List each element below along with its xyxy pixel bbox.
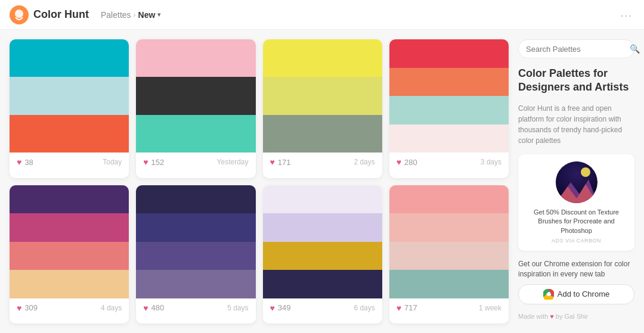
palette-footer: ♥ 2803 days [389,153,509,172]
sidebar: 🔍 Color Palettes for Designers and Artis… [518,39,634,323]
color-strip [389,125,509,153]
palette-colors [263,185,382,298]
palette-date: Today [103,158,122,166]
color-strip [10,39,129,77]
palette-card[interactable]: ♥ 38Today [10,39,129,178]
color-strip [389,213,509,242]
color-strip [263,77,382,114]
heart-icon: ♥ [397,303,401,313]
palette-date: 1 week [479,304,501,312]
chrome-icon [543,289,554,300]
heart-icon: ♥ [270,303,275,313]
color-strip [136,270,255,298]
chrome-section: Get our Chrome extension for color inspi… [518,259,634,304]
color-strip [10,77,129,114]
like-count: 38 [24,158,33,167]
like-count: 309 [24,303,38,312]
logo-icon [10,5,29,24]
color-strip [389,185,509,214]
palette-colors [263,39,382,153]
color-strip [10,213,129,242]
color-strip [389,270,509,298]
ad-label: ADS VIA CARBON [525,238,627,244]
color-strip [263,242,382,270]
heart-icon: ♥ [143,157,148,167]
svg-point-3 [581,167,590,177]
palette-likes: ♥ 309 [17,303,38,313]
dropdown-icon: ▾ [157,11,160,18]
palette-card[interactable]: ♥ 4805 days [136,185,255,324]
heart-icon: ♥ [550,313,554,320]
ad-illustration [556,161,597,203]
color-strip [389,96,509,125]
color-strip [136,115,255,153]
palette-footer: ♥ 3496 days [263,298,382,318]
color-strip [389,242,509,270]
palette-colors [389,39,509,153]
palette-card[interactable]: ♥ 7171 week [389,185,509,324]
like-count: 280 [404,158,417,167]
logo-text: Color Hunt [33,8,89,21]
color-strip [389,39,509,68]
palette-card[interactable]: ♥ 152Yesterday [136,39,255,178]
palette-grid: ♥ 38Today♥ 152Yesterday♥ 1712 days♥ 2803… [10,39,509,323]
nav-chevron-icon: › [134,11,136,19]
palette-likes: ♥ 480 [143,303,164,313]
logo-area: Color Hunt [10,5,89,24]
palette-colors [10,185,129,298]
ad-image [556,161,597,203]
more-options-button[interactable]: ··· [620,8,632,21]
sidebar-title-section: Color Palettes for Designers and Artists [518,67,634,95]
like-count: 171 [278,158,291,167]
search-input[interactable] [526,45,626,54]
palette-footer: ♥ 152Yesterday [136,153,255,172]
sidebar-description: Color Hunt is a free and open platform f… [518,103,634,146]
color-strip [136,77,255,114]
ad-card: Get 50% Discount on Texture Brushes for … [518,154,634,251]
palette-date: 4 days [101,304,122,312]
color-strip [389,68,509,97]
search-icon[interactable]: 🔍 [630,44,640,54]
color-strip [10,185,129,214]
palette-footer: ♥ 4805 days [136,298,255,318]
nav-palettes[interactable]: Palettes [101,10,131,20]
color-strip [10,115,129,153]
nav-area: Palettes › New ▾ [101,10,160,20]
search-box[interactable]: 🔍 [518,39,634,58]
palette-footer: ♥ 1712 days [263,153,382,172]
palette-date: 3 days [481,158,501,166]
heart-icon: ♥ [270,157,275,167]
palette-likes: ♥ 152 [143,157,164,167]
color-strip [136,185,255,214]
palette-likes: ♥ 717 [397,303,417,313]
nav-new[interactable]: New ▾ [138,10,161,20]
palette-footer: ♥ 7171 week [389,298,509,318]
palette-likes: ♥ 171 [270,157,291,167]
footer-text: Made with ♥ by Gal Shir [518,313,634,320]
chrome-btn-label: Add to Chrome [558,290,609,298]
palette-date: 2 days [354,158,374,166]
palette-date: 6 days [354,304,374,312]
heart-icon: ♥ [143,303,148,313]
palette-likes: ♥ 38 [17,157,33,167]
chrome-extension-text: Get our Chrome extension for color inspi… [518,259,634,279]
color-strip [263,39,382,77]
palette-card[interactable]: ♥ 1712 days [263,39,382,178]
svg-point-8 [547,292,550,296]
add-to-chrome-button[interactable]: Add to Chrome [518,284,634,304]
ad-text: Get 50% Discount on Texture Brushes for … [525,208,627,235]
heart-icon: ♥ [397,157,401,167]
palette-card[interactable]: ♥ 3496 days [263,185,382,324]
palette-card[interactable]: ♥ 3094 days [10,185,129,324]
palette-likes: ♥ 349 [270,303,291,313]
sidebar-title: Color Palettes for Designers and Artists [518,67,634,95]
palette-colors [389,185,509,298]
palette-date: 5 days [227,304,248,312]
heart-icon: ♥ [17,303,21,313]
color-strip [10,270,129,298]
like-count: 480 [151,303,165,312]
palette-card[interactable]: ♥ 2803 days [389,39,509,178]
palette-footer: ♥ 3094 days [10,298,129,318]
main-content: ♥ 38Today♥ 152Yesterday♥ 1712 days♥ 2803… [0,30,644,333]
color-strip [263,213,382,242]
